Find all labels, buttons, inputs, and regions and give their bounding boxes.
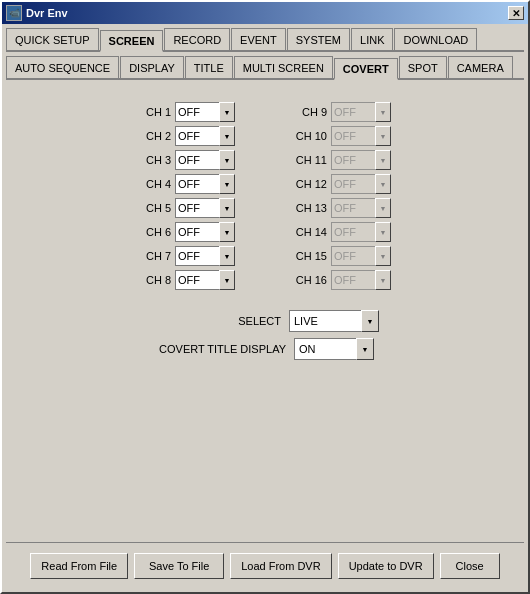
ch14-label: CH 14 xyxy=(295,226,327,238)
tab-camera[interactable]: CAMERA xyxy=(448,56,513,78)
ch4-select[interactable]: OFFON xyxy=(175,174,235,194)
ch4-select-wrapper: OFFON ▼ xyxy=(175,174,235,194)
channel-row-5: CH 5 OFFON ▼ xyxy=(139,198,235,218)
ch10-select[interactable]: OFF xyxy=(331,126,391,146)
tab-display[interactable]: DISPLAY xyxy=(120,56,184,78)
tab-download[interactable]: DOWNLOAD xyxy=(394,28,477,50)
ch5-label: CH 5 xyxy=(139,202,171,214)
tab-spot[interactable]: SPOT xyxy=(399,56,447,78)
ch3-select[interactable]: OFFON xyxy=(175,150,235,170)
ch8-label: CH 8 xyxy=(139,274,171,286)
ch3-label: CH 3 xyxy=(139,154,171,166)
ch13-select[interactable]: OFF xyxy=(331,198,391,218)
ch10-label: CH 10 xyxy=(295,130,327,142)
ch1-select[interactable]: OFFON xyxy=(175,102,235,122)
ch2-select-wrapper: OFFON ▼ xyxy=(175,126,235,146)
tab-record[interactable]: RECORD xyxy=(164,28,230,50)
ch9-label: CH 9 xyxy=(295,106,327,118)
channel-row-4: CH 4 OFFON ▼ xyxy=(139,174,235,194)
ch2-select[interactable]: OFFON xyxy=(175,126,235,146)
ch6-select-wrapper: OFFON ▼ xyxy=(175,222,235,242)
content-area: QUICK SETUP SCREEN RECORD EVENT SYSTEM L… xyxy=(2,24,528,592)
tab-system[interactable]: SYSTEM xyxy=(287,28,350,50)
ch2-label: CH 2 xyxy=(139,130,171,142)
ch14-select-wrapper: OFF ▼ xyxy=(331,222,391,242)
channel-row-16: CH 16 OFF ▼ xyxy=(295,270,391,290)
ch8-select-wrapper: OFFON ▼ xyxy=(175,270,235,290)
select-dropdown[interactable]: LIVE PLAYBACK ALL xyxy=(289,310,379,332)
ch13-label: CH 13 xyxy=(295,202,327,214)
tab-covert[interactable]: COVERT xyxy=(334,58,398,80)
ch13-select-wrapper: OFF ▼ xyxy=(331,198,391,218)
ch14-select[interactable]: OFF xyxy=(331,222,391,242)
settings-area: SELECT LIVE PLAYBACK ALL ▼ COVERT TITLE … xyxy=(6,310,524,360)
ch15-label: CH 15 xyxy=(295,250,327,262)
ch12-label: CH 12 xyxy=(295,178,327,190)
ch16-select[interactable]: OFF xyxy=(331,270,391,290)
channel-row-3: CH 3 OFFON ▼ xyxy=(139,150,235,170)
channel-row-8: CH 8 OFFON ▼ xyxy=(139,270,235,290)
channel-row-10: CH 10 OFF ▼ xyxy=(295,126,391,146)
bottom-bar: Read From File Save To File Load From DV… xyxy=(6,542,524,588)
ch16-select-wrapper: OFF ▼ xyxy=(331,270,391,290)
ch9-select[interactable]: OFF xyxy=(331,102,391,122)
ch8-select[interactable]: OFFON xyxy=(175,270,235,290)
covert-display-wrapper: ON OFF ▼ xyxy=(294,338,374,360)
channel-row-14: CH 14 OFF ▼ xyxy=(295,222,391,242)
ch10-select-wrapper: OFF ▼ xyxy=(331,126,391,146)
tab-event[interactable]: EVENT xyxy=(231,28,286,50)
channel-row-1: CH 1 OFFON ▼ xyxy=(139,102,235,122)
channel-row-6: CH 6 OFFON ▼ xyxy=(139,222,235,242)
ch5-select[interactable]: OFFON xyxy=(175,198,235,218)
sub-tab-bar: AUTO SEQUENCE DISPLAY TITLE MULTI SCREEN… xyxy=(6,56,524,80)
ch3-select-wrapper: OFFON ▼ xyxy=(175,150,235,170)
window-title: Dvr Env xyxy=(26,7,68,19)
ch15-select-wrapper: OFF ▼ xyxy=(331,246,391,266)
select-label: SELECT xyxy=(151,315,281,327)
ch7-select[interactable]: OFFON xyxy=(175,246,235,266)
covert-display-row: COVERT TITLE DISPLAY ON OFF ▼ xyxy=(156,338,374,360)
tab-multi-screen[interactable]: MULTI SCREEN xyxy=(234,56,333,78)
ch6-select[interactable]: OFFON xyxy=(175,222,235,242)
window-close-button[interactable]: ✕ xyxy=(508,6,524,20)
app-icon: 📹 xyxy=(6,5,22,21)
load-from-dvr-button[interactable]: Load From DVR xyxy=(230,553,331,579)
ch12-select-wrapper: OFF ▼ xyxy=(331,174,391,194)
tab-title[interactable]: TITLE xyxy=(185,56,233,78)
ch7-label: CH 7 xyxy=(139,250,171,262)
tab-auto-sequence[interactable]: AUTO SEQUENCE xyxy=(6,56,119,78)
ch15-select[interactable]: OFF xyxy=(331,246,391,266)
tab-link[interactable]: LINK xyxy=(351,28,393,50)
title-bar-left: 📹 Dvr Env xyxy=(6,5,68,21)
save-to-file-button[interactable]: Save To File xyxy=(134,553,224,579)
tab-quick-setup[interactable]: QUICK SETUP xyxy=(6,28,99,50)
ch11-label: CH 11 xyxy=(295,154,327,166)
ch11-select[interactable]: OFF xyxy=(331,150,391,170)
update-to-dvr-button[interactable]: Update to DVR xyxy=(338,553,434,579)
ch4-label: CH 4 xyxy=(139,178,171,190)
ch16-label: CH 16 xyxy=(295,274,327,286)
channel-row-2: CH 2 OFFON ▼ xyxy=(139,126,235,146)
channel-row-11: CH 11 OFF ▼ xyxy=(295,150,391,170)
title-bar: 📹 Dvr Env ✕ xyxy=(2,2,528,24)
covert-display-dropdown[interactable]: ON OFF xyxy=(294,338,374,360)
covert-display-label: COVERT TITLE DISPLAY xyxy=(156,343,286,355)
channel-row-12: CH 12 OFF ▼ xyxy=(295,174,391,194)
select-wrapper: LIVE PLAYBACK ALL ▼ xyxy=(289,310,379,332)
read-from-file-button[interactable]: Read From File xyxy=(30,553,128,579)
ch9-select-wrapper: OFF ▼ xyxy=(331,102,391,122)
top-tab-bar: QUICK SETUP SCREEN RECORD EVENT SYSTEM L… xyxy=(6,28,524,52)
ch11-select-wrapper: OFF ▼ xyxy=(331,150,391,170)
ch1-label: CH 1 xyxy=(139,106,171,118)
ch6-label: CH 6 xyxy=(139,226,171,238)
channel-row-13: CH 13 OFF ▼ xyxy=(295,198,391,218)
ch12-select[interactable]: OFF xyxy=(331,174,391,194)
channels-right: CH 9 OFF ▼ CH 10 OFF ▼ C xyxy=(295,102,391,290)
close-button[interactable]: Close xyxy=(440,553,500,579)
ch7-select-wrapper: OFFON ▼ xyxy=(175,246,235,266)
channel-row-7: CH 7 OFFON ▼ xyxy=(139,246,235,266)
select-row: SELECT LIVE PLAYBACK ALL ▼ xyxy=(151,310,379,332)
tab-screen[interactable]: SCREEN xyxy=(100,30,164,52)
ch1-select-wrapper: OFFON ▼ xyxy=(175,102,235,122)
main-window: 📹 Dvr Env ✕ QUICK SETUP SCREEN RECORD EV… xyxy=(0,0,530,594)
